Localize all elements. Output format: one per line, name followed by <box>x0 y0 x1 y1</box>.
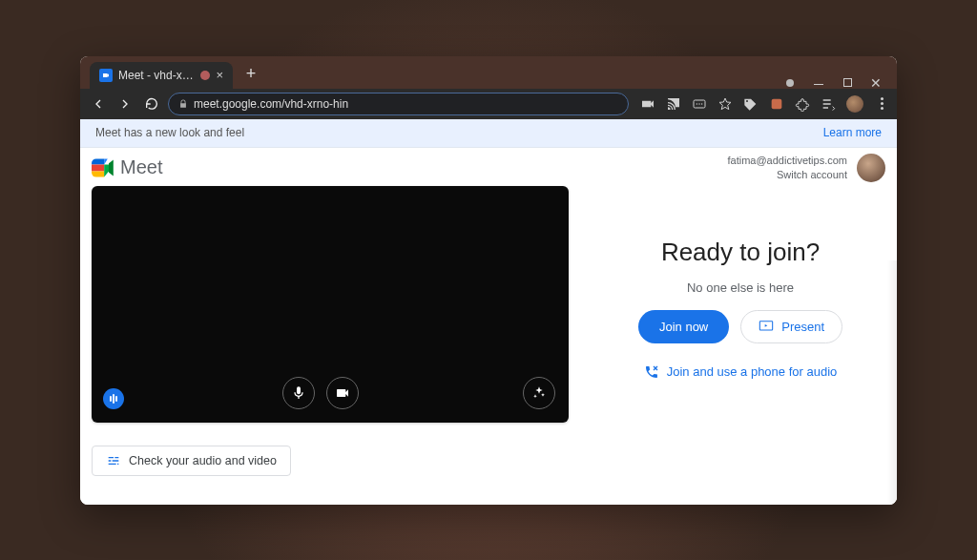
camera-status-icon[interactable] <box>640 96 655 112</box>
visual-effects-button[interactable] <box>523 377 555 409</box>
meet-logo-icon <box>92 158 114 177</box>
svg-point-3 <box>701 103 702 104</box>
adblock-icon[interactable] <box>769 96 784 112</box>
addressbar: meet.google.com/vhd-xrno-hin <box>80 89 897 119</box>
close-tab-icon[interactable]: × <box>216 68 223 82</box>
svg-rect-4 <box>772 98 782 109</box>
tab-strip: Meet - vhd-xrno-hin × + <box>86 56 263 89</box>
titlebar: Meet - vhd-xrno-hin × + ✕ <box>80 56 897 89</box>
menu-icon[interactable] <box>874 96 889 112</box>
profile-avatar-icon[interactable] <box>846 95 863 113</box>
join-title: Ready to join? <box>661 238 820 267</box>
star-icon[interactable] <box>717 96 733 112</box>
topline: Meet fatima@addictivetips.com Switch acc… <box>92 154 885 182</box>
meet-favicon-icon <box>99 69 113 82</box>
password-icon[interactable] <box>692 96 707 112</box>
window-controls: ✕ <box>784 72 891 89</box>
info-banner: Meet has a new look and feel Learn more <box>80 119 897 148</box>
brand: Meet <box>120 156 162 178</box>
video-preview <box>92 186 569 423</box>
back-button[interactable] <box>88 93 109 114</box>
account-text: fatima@addictivetips.com Switch account <box>728 154 848 181</box>
recording-indicator-icon <box>200 71 210 80</box>
reading-list-icon[interactable] <box>821 96 836 112</box>
mic-toggle-button[interactable] <box>282 377 315 409</box>
page-content: Meet fatima@addictivetips.com Switch acc… <box>80 148 897 505</box>
join-subtitle: No one else is here <box>687 280 794 295</box>
tag-icon[interactable] <box>743 96 759 112</box>
minimize-button[interactable] <box>813 77 824 89</box>
sound-level-indicator <box>103 388 124 409</box>
tab-title: Meet - vhd-xrno-hin <box>118 69 195 82</box>
present-icon <box>759 320 774 333</box>
join-buttons: Join now Present <box>638 310 842 343</box>
present-label: Present <box>781 320 824 334</box>
account-email: fatima@addictivetips.com <box>728 154 848 167</box>
new-tab-button[interactable]: + <box>239 62 263 87</box>
tune-icon <box>106 453 121 468</box>
main-row: Check your audio and video Ready to join… <box>92 186 885 495</box>
phone-audio-link[interactable]: Join and use a phone for audio <box>644 364 838 380</box>
browser-window: Meet - vhd-xrno-hin × + ✕ meet.google.co… <box>80 56 897 505</box>
microphone-icon <box>291 385 306 401</box>
banner-message: Meet has a new look and feel <box>95 126 244 139</box>
reload-button[interactable] <box>141 93 162 114</box>
status-dot-icon <box>784 77 796 89</box>
sparkle-icon <box>531 385 547 401</box>
camera-toggle-button[interactable] <box>326 377 359 409</box>
join-panel: Ready to join? No one else is here Join … <box>595 186 885 495</box>
camera-icon <box>335 385 350 401</box>
lock-icon <box>178 99 188 109</box>
banner-link[interactable]: Learn more <box>823 126 882 139</box>
maximize-button[interactable] <box>842 77 853 89</box>
present-button[interactable]: Present <box>740 310 842 343</box>
check-av-button[interactable]: Check your audio and video <box>92 446 291 476</box>
forward-button[interactable] <box>114 93 135 114</box>
close-window-button[interactable]: ✕ <box>870 77 882 89</box>
tab-active[interactable]: Meet - vhd-xrno-hin × <box>90 62 233 89</box>
join-now-button[interactable]: Join now <box>638 310 729 343</box>
check-av-label: Check your audio and video <box>129 454 277 467</box>
extensions-icon[interactable] <box>795 96 810 112</box>
toolbar-icons <box>634 95 889 113</box>
svg-point-1 <box>696 103 697 104</box>
url-input[interactable]: meet.google.com/vhd-xrno-hin <box>168 93 629 115</box>
url-text: meet.google.com/vhd-xrno-hin <box>194 97 348 111</box>
account-block[interactable]: fatima@addictivetips.com Switch account <box>728 154 886 182</box>
video-column: Check your audio and video <box>92 186 569 495</box>
account-avatar[interactable] <box>857 154 885 182</box>
switch-account-link[interactable]: Switch account <box>728 168 848 181</box>
cast-icon[interactable] <box>666 96 681 112</box>
phone-icon <box>644 364 659 380</box>
meet-logo: Meet <box>92 156 162 178</box>
phone-audio-label: Join and use a phone for audio <box>667 364 838 379</box>
scrollbar[interactable] <box>887 260 897 505</box>
svg-point-2 <box>698 103 699 104</box>
